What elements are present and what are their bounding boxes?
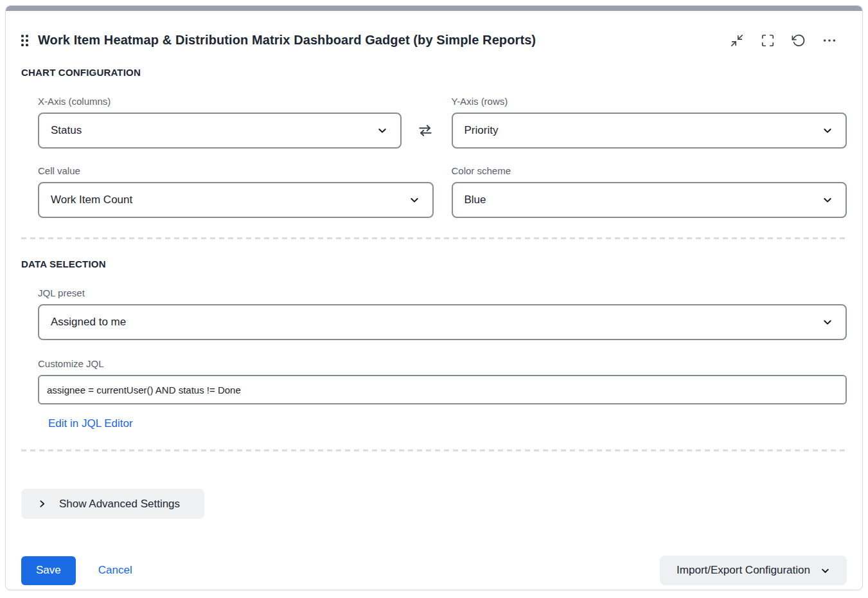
chevron-down-icon bbox=[409, 195, 420, 205]
chevron-down-icon bbox=[822, 195, 833, 205]
color-scheme-field: Color scheme Blue bbox=[452, 165, 847, 218]
footer-actions: Save Cancel Import/Export Configuration bbox=[21, 556, 847, 585]
import-export-configuration-label: Import/Export Configuration bbox=[677, 564, 810, 577]
data-selection-section-title: DATA SELECTION bbox=[21, 258, 847, 269]
cell-value-field: Cell value Work Item Count bbox=[38, 165, 434, 218]
import-export-configuration-button[interactable]: Import/Export Configuration bbox=[660, 556, 847, 585]
cell-value-label: Cell value bbox=[38, 165, 434, 176]
chevron-right-icon bbox=[38, 500, 46, 508]
y-axis-select[interactable]: Priority bbox=[452, 113, 847, 149]
customize-jql-input[interactable] bbox=[38, 375, 847, 404]
y-axis-label: Y-Axis (rows) bbox=[452, 96, 847, 107]
cell-value-select[interactable]: Work Item Count bbox=[38, 182, 434, 218]
gadget-header-actions bbox=[730, 33, 847, 48]
color-scheme-select[interactable]: Blue bbox=[452, 182, 847, 218]
customize-jql-label: Customize JQL bbox=[38, 358, 847, 369]
color-scheme-label: Color scheme bbox=[452, 165, 847, 176]
jql-preset-select[interactable]: Assigned to me bbox=[38, 304, 847, 340]
swap-axes-icon[interactable] bbox=[417, 122, 434, 139]
show-advanced-settings-button[interactable]: Show Advanced Settings bbox=[21, 489, 204, 519]
x-axis-selected-value: Status bbox=[51, 124, 82, 137]
save-button[interactable]: Save bbox=[21, 556, 76, 585]
collapse-icon[interactable] bbox=[730, 33, 744, 48]
fullscreen-icon[interactable] bbox=[761, 33, 775, 48]
drag-handle-icon[interactable] bbox=[21, 35, 28, 46]
section-divider bbox=[21, 237, 847, 239]
y-axis-field: Y-Axis (rows) Priority bbox=[452, 96, 847, 149]
gadget-title: Work Item Heatmap & Distribution Matrix … bbox=[38, 33, 536, 48]
refresh-icon[interactable] bbox=[792, 33, 806, 48]
x-axis-field: X-Axis (columns) Status bbox=[38, 96, 434, 149]
jql-preset-selected-value: Assigned to me bbox=[51, 316, 126, 329]
customize-jql-field: Customize JQL bbox=[38, 358, 847, 404]
more-options-icon[interactable] bbox=[822, 33, 837, 48]
y-axis-selected-value: Priority bbox=[465, 124, 499, 137]
chevron-down-icon bbox=[377, 125, 387, 136]
jql-preset-field: JQL preset Assigned to me bbox=[38, 287, 847, 340]
chevron-down-icon bbox=[822, 125, 833, 136]
gadget-card: Work Item Heatmap & Distribution Matrix … bbox=[5, 5, 863, 590]
chart-configuration-section-title: CHART CONFIGURATION bbox=[21, 67, 847, 78]
edit-in-jql-editor-link[interactable]: Edit in JQL Editor bbox=[48, 417, 133, 430]
x-axis-select[interactable]: Status bbox=[38, 113, 402, 149]
show-advanced-settings-label: Show Advanced Settings bbox=[59, 498, 180, 511]
cancel-button[interactable]: Cancel bbox=[98, 564, 132, 577]
cell-value-selected-value: Work Item Count bbox=[51, 194, 132, 206]
color-scheme-selected-value: Blue bbox=[465, 194, 486, 206]
section-divider bbox=[21, 449, 847, 451]
gadget-color-bar bbox=[6, 6, 862, 11]
chevron-down-icon bbox=[822, 317, 833, 327]
chevron-down-icon bbox=[820, 566, 830, 575]
jql-preset-label: JQL preset bbox=[38, 287, 847, 298]
gadget-header: Work Item Heatmap & Distribution Matrix … bbox=[21, 33, 847, 48]
x-axis-label: X-Axis (columns) bbox=[38, 96, 434, 107]
